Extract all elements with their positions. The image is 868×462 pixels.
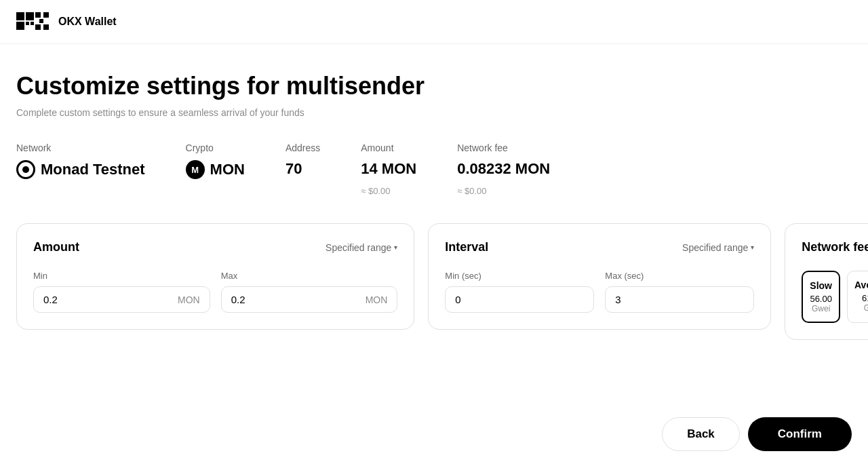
- okx-logo-icon: [16, 12, 52, 31]
- interval-min-group: Min (sec): [445, 271, 594, 313]
- back-button[interactable]: Back: [662, 417, 740, 451]
- interval-max-label: Max (sec): [605, 271, 754, 281]
- header-title: OKX Wallet: [58, 16, 117, 28]
- interval-card-title: Interval: [445, 240, 488, 254]
- address-value-row: 70: [285, 160, 320, 178]
- fee-option-average[interactable]: Average 61.50 Gwei: [847, 271, 868, 323]
- svg-rect-0: [16, 12, 24, 20]
- amount-min-label: Min: [33, 271, 210, 281]
- info-row: Network Monad Testnet Crypto M MON Addre…: [16, 142, 852, 196]
- info-amount: Amount 14 MON ≈ $0.00: [361, 142, 457, 196]
- interval-chevron-icon: ▾: [751, 244, 754, 251]
- svg-rect-8: [35, 24, 41, 30]
- interval-max-input-wrap: [605, 286, 754, 313]
- fee-option-unit-1: Gwei: [854, 303, 868, 313]
- amount-sub: ≈ $0.00: [361, 186, 416, 196]
- amount-max-input[interactable]: [231, 294, 360, 305]
- interval-min-label: Min (sec): [445, 271, 594, 281]
- crypto-value-text: MON: [210, 161, 245, 178]
- svg-rect-6: [43, 12, 49, 18]
- interval-dropdown-button[interactable]: Specified range ▾: [682, 242, 754, 253]
- amount-max-label: Max: [221, 271, 398, 281]
- svg-rect-7: [39, 19, 43, 23]
- fee-card-header: Network fee: [802, 240, 868, 254]
- header: OKX Wallet: [0, 0, 868, 44]
- interval-max-group: Max (sec): [605, 271, 754, 313]
- confirm-button[interactable]: Confirm: [748, 417, 852, 451]
- amount-max-unit: MON: [366, 294, 388, 305]
- fee-card-title: Network fee: [802, 240, 868, 254]
- amount-card-header: Amount Specified range ▾: [33, 240, 397, 254]
- svg-rect-3: [26, 22, 29, 25]
- amount-min-input-wrap: MON: [33, 286, 210, 313]
- amount-min-group: Min MON: [33, 271, 210, 313]
- info-network: Network Monad Testnet: [16, 142, 186, 179]
- amount-min-input[interactable]: [43, 294, 172, 305]
- fee-options: Slow 56.00 Gwei Average 61.50 Gwei Fast …: [802, 271, 868, 323]
- address-value-text: 70: [285, 160, 302, 178]
- svg-rect-2: [16, 22, 24, 30]
- interval-dropdown-label: Specified range: [682, 242, 748, 253]
- amount-card-title: Amount: [33, 240, 79, 254]
- interval-min-input-wrap: [445, 286, 594, 313]
- amount-card: Amount Specified range ▾ Min MON Max: [16, 223, 414, 330]
- network-fee-value-text: 0.08232 MON: [457, 160, 550, 178]
- svg-rect-9: [43, 24, 49, 30]
- amount-label: Amount: [361, 142, 416, 153]
- network-value-text: Monad Testnet: [41, 161, 145, 178]
- interval-max-input[interactable]: [615, 294, 744, 305]
- page-subtitle: Complete custom settings to ensure a sea…: [16, 107, 852, 118]
- cards-row: Amount Specified range ▾ Min MON Max: [16, 223, 852, 340]
- amount-max-input-wrap: MON: [221, 286, 398, 313]
- info-network-fee: Network fee 0.08232 MON ≈ $0.00: [457, 142, 591, 196]
- network-label: Network: [16, 142, 145, 153]
- amount-min-unit: MON: [178, 294, 200, 305]
- amount-max-group: Max MON: [221, 271, 398, 313]
- svg-rect-4: [31, 22, 34, 25]
- network-fee-label: Network fee: [457, 142, 550, 153]
- crypto-value-row: M MON: [186, 160, 245, 179]
- amount-dropdown-label: Specified range: [326, 242, 391, 253]
- fee-option-name-1: Average: [854, 280, 868, 290]
- footer: Back Confirm: [0, 406, 868, 462]
- network-fee-sub: ≈ $0.00: [457, 186, 550, 196]
- svg-rect-1: [26, 12, 34, 20]
- interval-card-header: Interval Specified range ▾: [445, 240, 754, 254]
- amount-chevron-icon: ▾: [394, 244, 397, 251]
- fee-option-value-0: 56.00: [810, 294, 832, 304]
- fee-option-value-1: 61.50: [854, 293, 868, 303]
- network-icon-inner: [22, 166, 29, 173]
- fee-option-unit-0: Gwei: [810, 304, 832, 313]
- network-icon: [16, 160, 35, 179]
- amount-fields-row: Min MON Max MON: [33, 271, 397, 313]
- info-crypto: Crypto M MON: [186, 142, 285, 179]
- svg-rect-5: [35, 12, 41, 18]
- interval-fields-row: Min (sec) Max (sec): [445, 271, 754, 313]
- address-label: Address: [285, 142, 320, 153]
- info-address: Address 70: [285, 142, 361, 178]
- network-value-row: Monad Testnet: [16, 160, 145, 179]
- crypto-icon: M: [186, 160, 205, 179]
- main-content: Customize settings for multisender Compl…: [0, 44, 868, 408]
- fee-option-name-0: Slow: [810, 280, 832, 291]
- amount-value-row: 14 MON: [361, 160, 416, 178]
- amount-value-text: 14 MON: [361, 160, 416, 178]
- crypto-label: Crypto: [186, 142, 245, 153]
- network-fee-value-row: 0.08232 MON: [457, 160, 550, 178]
- interval-min-input[interactable]: [455, 294, 584, 305]
- fee-card: Network fee Slow 56.00 Gwei Average 61.5…: [785, 223, 868, 340]
- fee-option-slow[interactable]: Slow 56.00 Gwei: [802, 271, 840, 323]
- interval-card: Interval Specified range ▾ Min (sec) Max…: [428, 223, 771, 330]
- page-title: Customize settings for multisender: [16, 71, 852, 100]
- amount-dropdown-button[interactable]: Specified range ▾: [326, 242, 397, 253]
